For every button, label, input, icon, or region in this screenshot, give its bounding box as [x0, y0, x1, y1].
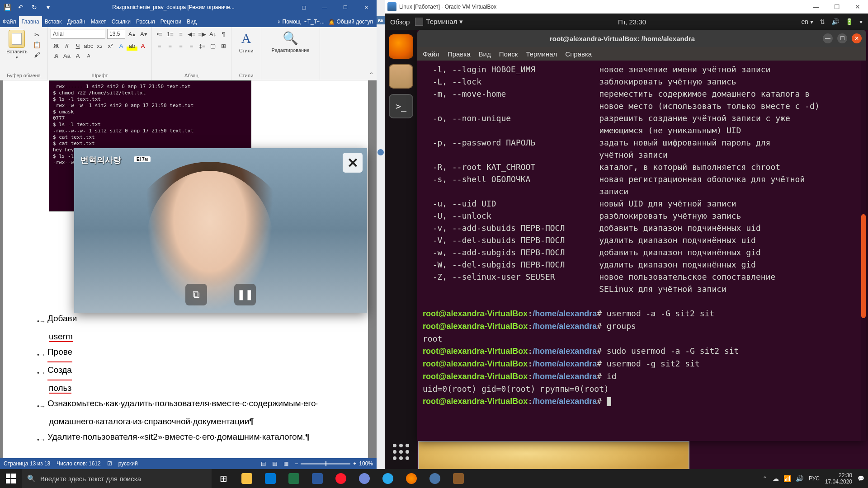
tray-chevron-icon[interactable]: ⌃ [763, 475, 767, 482]
grow-font-icon[interactable]: A▴ [127, 29, 137, 39]
paste-icon[interactable] [9, 30, 25, 48]
shrink-font-icon[interactable]: A▾ [139, 29, 149, 39]
tab-mailings[interactable]: Рассыл [133, 16, 158, 27]
numbering-icon[interactable]: 1≡ [165, 29, 175, 39]
web-layout-icon[interactable]: ▥ [283, 460, 288, 467]
maximize-icon[interactable]: ☐ [335, 0, 356, 14]
multilevel-icon[interactable]: ≡ [176, 29, 186, 39]
spellcheck-icon[interactable]: ☑ [107, 460, 112, 467]
change-case-icon[interactable]: Aa [61, 51, 72, 61]
taskbar-app-icon[interactable] [447, 469, 470, 488]
styles-icon[interactable]: A [241, 31, 251, 46]
undo-icon[interactable]: ↶ [15, 2, 26, 13]
task-view-icon[interactable]: ⊞ [212, 469, 235, 488]
vk-avatar-icon[interactable] [377, 149, 384, 155]
input-lang[interactable]: en ▾ [802, 18, 813, 25]
menu-terminal[interactable]: Терминал [526, 50, 557, 58]
close-icon[interactable]: ✕ [356, 0, 377, 14]
power-icon[interactable]: ▾ [859, 18, 863, 25]
borders-icon[interactable]: ⊞ [218, 41, 228, 51]
clock[interactable]: Пт, 23:30 [463, 18, 802, 26]
copy-icon[interactable]: 📋 [33, 41, 41, 49]
network-icon[interactable]: ⇅ [820, 18, 825, 25]
language[interactable]: русский [118, 460, 138, 467]
highlight-icon[interactable]: ab [127, 41, 137, 51]
increase-indent-icon[interactable]: ≡▶ [197, 29, 207, 39]
tray-clock[interactable]: 22:30 17.04.2020 [825, 472, 852, 485]
pip-icon[interactable]: ⧉ [185, 284, 207, 305]
format-painter-icon[interactable]: 🖌 [33, 51, 41, 59]
tab-view[interactable]: Вид [184, 16, 199, 27]
term-maximize-icon[interactable]: ☐ [837, 33, 847, 43]
qat-more-icon[interactable]: ▾ [42, 2, 53, 13]
taskbar-vk-icon[interactable] [423, 469, 447, 488]
superscript-button[interactable]: x² [105, 41, 116, 51]
word-count[interactable]: Число слов: 1612 [57, 460, 100, 467]
sort-icon[interactable]: A↓ [208, 29, 218, 39]
tray-wifi-icon[interactable]: 📶 [783, 475, 791, 482]
line-spacing-icon[interactable]: ‡≡ [197, 41, 207, 51]
term-close-icon[interactable]: ✕ [852, 33, 862, 43]
dock-firefox-icon[interactable] [389, 34, 413, 59]
tab-home[interactable]: Главна [19, 16, 42, 27]
read-mode-icon[interactable]: ▤ [261, 460, 266, 467]
font-color-icon[interactable]: A [137, 41, 148, 51]
volume-icon[interactable]: 🔊 [831, 18, 839, 25]
justify-icon[interactable]: ≡ [187, 41, 197, 51]
bullets-icon[interactable]: •≡ [155, 29, 165, 39]
zoom-level[interactable]: 100% [359, 460, 373, 467]
document-text[interactable]: Добави userm Прове Созда польз Ознакомьт… [37, 311, 364, 447]
tab-file[interactable]: Файл [0, 16, 19, 27]
ribbon-options-icon[interactable]: ▢ [293, 0, 314, 14]
menu-help[interactable]: Справка [565, 50, 592, 58]
tab-review[interactable]: Рецензи [158, 16, 184, 27]
grow-font2-icon[interactable]: A [72, 51, 83, 61]
strike-button[interactable]: abc [83, 41, 94, 51]
tab-design[interactable]: Дизайн [64, 16, 88, 27]
menu-view[interactable]: Вид [479, 50, 491, 58]
zoom-in-icon[interactable]: + [353, 460, 356, 467]
font-size-select[interactable]: 13,5 [107, 29, 125, 39]
print-layout-icon[interactable]: ▦ [272, 460, 277, 467]
dock-terminal-icon[interactable]: >_ [389, 94, 413, 118]
align-right-icon[interactable]: ≡ [176, 41, 186, 51]
terminal-scrollbar[interactable] [861, 61, 866, 441]
taskbar-discord-icon[interactable] [353, 469, 376, 488]
show-marks-icon[interactable]: ¶ [218, 29, 228, 39]
battery-icon[interactable]: 🔋 [845, 18, 853, 25]
text-effects-icon[interactable]: A [116, 41, 127, 51]
editing-button[interactable]: Редактирование [272, 47, 310, 53]
subscript-button[interactable]: x₂ [94, 41, 105, 51]
tab-references[interactable]: Ссылки [109, 16, 133, 27]
taskbar-mail-icon[interactable] [259, 469, 282, 488]
tray-volume-icon[interactable]: 🔊 [796, 475, 803, 482]
vbox-maximize-icon[interactable]: ☐ [826, 0, 847, 14]
pause-icon[interactable]: ❚❚ [234, 284, 256, 305]
taskbar-excel-icon[interactable] [282, 469, 306, 488]
app-menu[interactable]: Терминал ▾ [415, 18, 462, 26]
taskbar-firefox-icon[interactable] [400, 469, 423, 488]
tray-cloud-icon[interactable]: ☁ [773, 475, 779, 482]
font-name-select[interactable]: Arial [51, 29, 105, 39]
search-box[interactable]: 🔍 Введите здесь текст для поиска [22, 469, 212, 488]
share-button[interactable]: 🙍 Общий доступ [328, 19, 373, 25]
align-left-icon[interactable]: ≡ [155, 41, 165, 51]
menu-edit[interactable]: Правка [448, 50, 471, 58]
minimize-icon[interactable]: — [314, 0, 335, 14]
align-center-icon[interactable]: ≡ [165, 41, 175, 51]
zoom-out-icon[interactable]: − [295, 460, 298, 467]
tab-layout[interactable]: Макет [88, 16, 109, 27]
paste-button[interactable]: Вставить [6, 49, 28, 54]
vbox-close-icon[interactable]: ✕ [847, 0, 868, 14]
paste-more-icon[interactable]: ▾ [16, 55, 18, 60]
taskbar-word-icon[interactable] [306, 469, 329, 488]
zoom-slider[interactable] [301, 463, 350, 465]
guest-screen[interactable]: Обзор Терминал ▾ Пт, 23:30 en ▾ ⇅ 🔊 🔋 ▾ … [385, 14, 868, 469]
menu-search[interactable]: Поиск [499, 50, 518, 58]
decrease-indent-icon[interactable]: ◀≡ [187, 29, 197, 39]
styles-button[interactable]: Стили [239, 48, 254, 53]
find-icon[interactable]: 🔍 [283, 31, 298, 46]
term-minimize-icon[interactable]: — [823, 33, 833, 43]
dock-files-icon[interactable] [389, 64, 413, 89]
activities-button[interactable]: Обзор [390, 18, 410, 26]
